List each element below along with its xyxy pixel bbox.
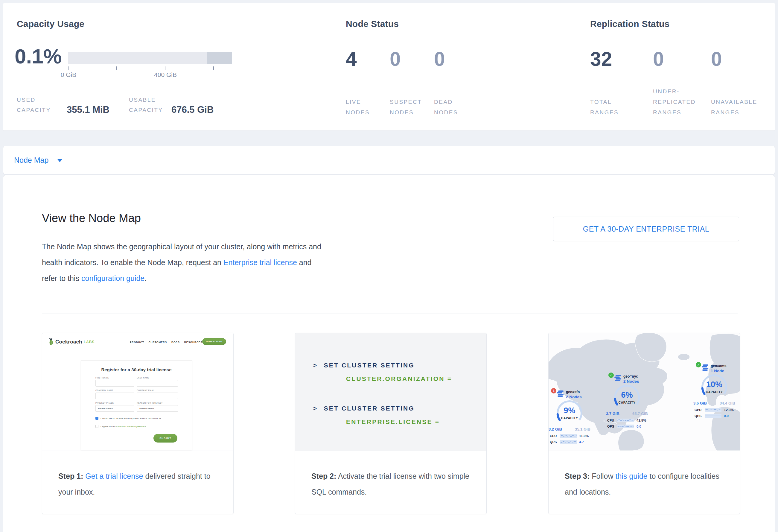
axis-tick-label: 0 GiB — [61, 71, 77, 78]
capacity-gauge: 10% CAPACITY — [699, 373, 730, 400]
database-stack-icon — [614, 375, 622, 381]
cpu-sparkline — [560, 434, 577, 438]
capacity-percent: 9% — [554, 406, 585, 415]
total-ranges-stat: 32 TOTALRANGES — [590, 45, 648, 118]
get-trial-license-link[interactable]: Get a trial license — [85, 472, 143, 480]
capacity-gauge: 6% CAPACITY — [611, 383, 642, 411]
cpu-value: 42.5% — [636, 419, 646, 422]
total-gib: 35.1 GiB — [575, 427, 591, 432]
axis-tick — [165, 66, 165, 70]
database-stack-icon — [702, 365, 709, 371]
qps-sparkline — [705, 414, 721, 418]
nav-resources: RESOURCES — [184, 341, 203, 344]
capacity-gauge: 9% CAPACITY — [554, 399, 585, 427]
nav-product: PRODUCT — [130, 341, 144, 344]
roach-icon — [49, 338, 54, 346]
chevron-down-icon[interactable] — [58, 159, 62, 162]
capacity-percent: 0.1% — [15, 42, 62, 72]
locality-name: geo=ams — [711, 364, 726, 368]
capacity-percent: 10% — [699, 380, 730, 389]
step1-card: Cockroach LABS PRODUCT CUSTOMERS DOCS RE… — [42, 333, 234, 514]
cpu-value: 11.0% — [579, 434, 589, 438]
total-gib: 65.7 GiB — [632, 411, 648, 416]
get-enterprise-trial-button[interactable]: GET A 30-DAY ENTERPRISE TRIAL — [553, 217, 739, 241]
qps-label: QPS — [695, 414, 705, 418]
step1-caption: Step 1: Get a trial license delivered st… — [42, 451, 233, 500]
enterprise-trial-license-link[interactable]: Enterprise trial license — [223, 258, 297, 267]
qps-sparkline — [617, 425, 634, 428]
used-capacity-value: 355.1 MiB — [67, 104, 129, 115]
configuration-guide-link[interactable]: configuration guide — [81, 274, 145, 283]
qps-value: 0.0 — [724, 414, 729, 418]
project-phase-select: PROJECT PHASEPlease Select — [95, 402, 134, 412]
usable-capacity-value: 676.5 GiB — [171, 104, 214, 115]
node-map-preview: 1 geo=sfo 2 Nodes — [549, 333, 740, 451]
form-title: Register for a 30-day trial license — [81, 367, 192, 372]
checkbox-empty-icon — [95, 425, 98, 428]
company-name-field: COMPANY NAME — [95, 389, 134, 399]
healthy-badge-icon: ✓ — [608, 373, 614, 378]
qps-value: 4.7 — [579, 440, 584, 444]
live-nodes-stat: 4 LIVENODES — [346, 45, 389, 118]
license-agreement-checkbox-row: I agree to the Software License Agreemen… — [95, 425, 147, 428]
capacity-bar-used-segment — [207, 52, 232, 64]
capacity-usage-title: Capacity Usage — [17, 19, 84, 29]
reason-for-interest-select: REASON FOR INTERESTPlease Select — [137, 402, 178, 412]
first-name-field: FIRST NAME — [95, 377, 134, 387]
replication-status-group: 32 TOTALRANGES 0 UNDER-REPLICATEDRANGES … — [590, 45, 776, 118]
step2-card: >SET CLUSTER SETTING CLUSTER.ORGANIZATIO… — [295, 333, 487, 514]
view-selector-dropdown[interactable]: Node Map — [14, 156, 49, 165]
database-stack-icon — [557, 390, 564, 397]
step2-caption: Step 2: Activate the trial license with … — [295, 451, 486, 500]
cpu-label: CPU — [695, 408, 705, 412]
view-selector-bar: Node Map — [3, 146, 775, 174]
company-email-field: COMPANY EMAIL — [137, 389, 178, 399]
dead-nodes-stat: 0 DEADNODES — [434, 45, 477, 118]
capacity-word: CAPACITY — [611, 401, 642, 404]
sql-commands-illustration: >SET CLUSTER SETTING CLUSTER.ORGANIZATIO… — [295, 333, 486, 451]
usable-capacity-label: USABLE CAPACITY — [129, 95, 171, 115]
this-guide-link[interactable]: this guide — [616, 472, 647, 480]
cpu-sparkline — [705, 408, 721, 412]
replication-status-title: Replication Status — [590, 19, 670, 29]
node-status-title: Node Status — [346, 19, 399, 29]
page-title: View the Node Map — [42, 212, 141, 225]
step3-caption: Step 3: Follow this guide to configure l… — [549, 451, 740, 500]
axis-tick-label: 400 GiB — [154, 71, 177, 78]
qps-label: QPS — [607, 425, 617, 428]
axis-tick — [213, 66, 214, 70]
capacity-summaries: USED CAPACITY 355.1 MiB USABLE CAPACITY … — [17, 95, 214, 115]
capacity-bar-chart: 0 GiB 400 GiB — [68, 52, 232, 85]
node-map-empty-state: View the Node Map The Node Map shows the… — [3, 175, 775, 532]
cpu-sparkline — [617, 419, 634, 422]
trial-registration-form: Register for a 30-day trial license FIRS… — [81, 360, 192, 450]
used-capacity-label: USED CAPACITY — [17, 95, 67, 115]
node-map-description: The Node Map shows the geographical layo… — [42, 239, 322, 286]
trial-license-signup-screenshot: Cockroach LABS PRODUCT CUSTOMERS DOCS RE… — [42, 333, 233, 451]
qps-value: 0.0 — [636, 425, 641, 428]
mini-submit-button: SUBMIT — [153, 434, 177, 443]
suspect-nodes-stat: 0 SUSPECTNODES — [390, 45, 433, 118]
nav-docs: DOCS — [171, 341, 180, 344]
email-updates-checkbox-row: I would like to receive email updates ab… — [95, 417, 162, 420]
cpu-value: 12.3% — [724, 408, 734, 412]
unavailable-ranges-stat: 0 UNAVAILABLERANGES — [711, 45, 771, 118]
locality-name: geo=sfo — [566, 390, 582, 394]
node-status-group: 4 LIVENODES 0 SUSPECTNODES 0 DEADNODES — [346, 45, 489, 118]
locality-name: geo=nyc — [623, 374, 639, 379]
axis-tick — [116, 66, 117, 70]
capacity-percent: 6% — [611, 390, 642, 400]
software-license-agreement-link: Software License Agreement. — [115, 425, 147, 428]
error-badge-icon: 1 — [551, 388, 556, 393]
last-name-field: LAST NAME — [137, 377, 178, 387]
under-replicated-ranges-stat: 0 UNDER-REPLICATEDRANGES — [653, 45, 711, 118]
used-gib: 3.2 GiB — [549, 427, 562, 432]
cockroach-labs-logo: Cockroach LABS — [49, 338, 94, 346]
capacity-word: CAPACITY — [554, 416, 585, 420]
used-gib: 3.6 GiB — [693, 401, 707, 405]
healthy-badge-icon: ✓ — [696, 362, 701, 367]
used-gib: 3.7 GiB — [606, 411, 619, 416]
axis-tick — [68, 66, 69, 70]
capacity-word: CAPACITY — [699, 390, 730, 394]
cpu-label: CPU — [550, 434, 560, 438]
